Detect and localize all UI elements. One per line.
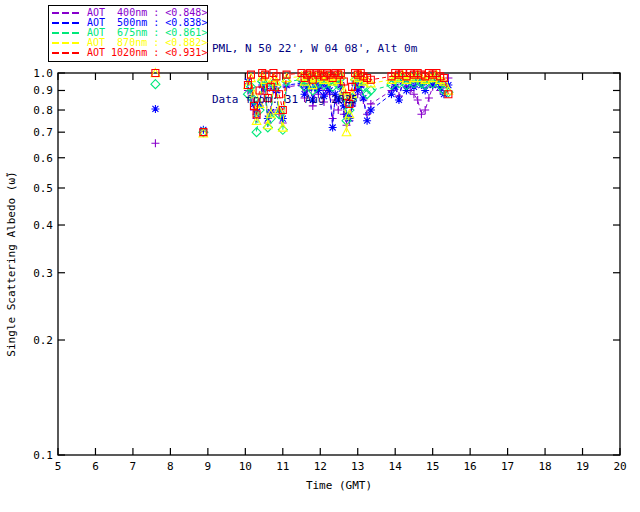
x-tick-label: 20: [613, 460, 626, 473]
x-tick-label: 14: [389, 460, 403, 473]
y-tick-label: 0.1: [33, 449, 53, 462]
legend-dash-1020nm: [52, 52, 82, 54]
data-marker: [151, 139, 159, 147]
x-tick-label: 18: [538, 460, 551, 473]
x-tick-label: 10: [239, 460, 252, 473]
y-tick-label: 0.6: [33, 152, 53, 165]
ssa-plot-screen: 5678910111213141516171819201.00.90.80.70…: [0, 0, 640, 512]
y-tick-label: 0.2: [33, 334, 53, 347]
data-marker: [421, 86, 429, 94]
data-marker: [151, 80, 160, 89]
y-tick-label: 0.9: [33, 84, 53, 97]
legend-box: AOT 400nm : <0.848> AOT 500nm : <0.838> …: [48, 5, 208, 62]
legend-dash-675nm: [52, 32, 82, 34]
legend-dash-870nm: [52, 42, 82, 44]
x-tick-label: 17: [501, 460, 514, 473]
y-tick-label: 0.5: [33, 182, 53, 195]
data-date: Data from: 31 Aug 2025: [212, 91, 417, 108]
data-marker: [151, 105, 159, 113]
x-tick-label: 6: [92, 460, 99, 473]
x-tick-label: 7: [130, 460, 137, 473]
y-tick-label: 1.0: [33, 67, 53, 80]
site-header: PML, N 50 22', W 04 08', Alt 0m Data fro…: [212, 6, 417, 142]
x-tick-label: 12: [314, 460, 327, 473]
legend-label-1020nm: AOT 1020nm : <0.931>: [87, 48, 207, 58]
y-axis-title: Single Scattering Albedo (ω̃): [5, 171, 18, 356]
x-tick-label: 16: [464, 460, 477, 473]
y-tick-label: 0.3: [33, 267, 53, 280]
y-tick-label: 0.7: [33, 126, 53, 139]
legend-item-1020nm: AOT 1020nm : <0.931>: [52, 48, 204, 58]
y-tick-label: 0.8: [33, 104, 53, 117]
legend-dash-500nm: [52, 22, 82, 24]
legend-dash-400nm: [52, 12, 82, 14]
y-tick-label: 0.4: [33, 219, 53, 232]
x-tick-label: 5: [55, 460, 62, 473]
x-tick-label: 8: [167, 460, 174, 473]
x-tick-label: 19: [576, 460, 589, 473]
x-tick-label: 15: [426, 460, 439, 473]
x-tick-label: 13: [351, 460, 364, 473]
data-marker: [425, 94, 433, 102]
x-tick-label: 9: [205, 460, 212, 473]
site-location: PML, N 50 22', W 04 08', Alt 0m: [212, 40, 417, 57]
x-tick-label: 11: [276, 460, 289, 473]
x-axis-title: Time (GMT): [306, 479, 372, 492]
